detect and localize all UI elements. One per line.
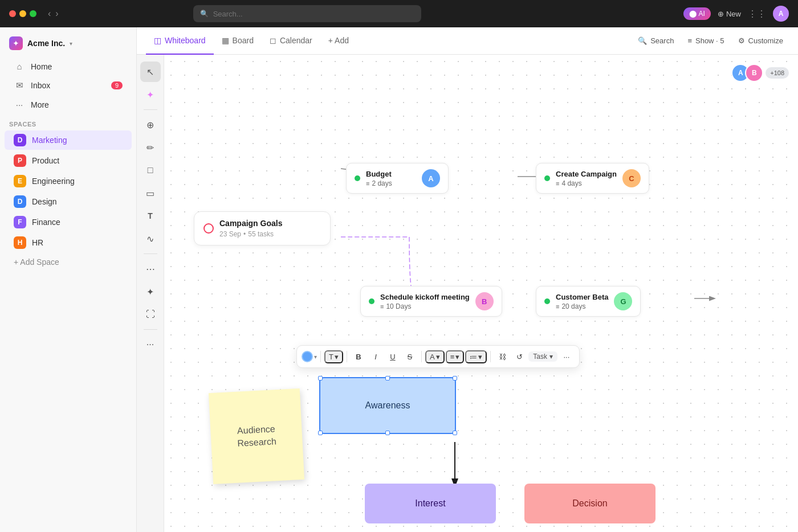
avatar-2: B <box>745 64 763 82</box>
add-space-label: + Add Space <box>14 257 59 267</box>
app-container: ✦ Acme Inc. ▾ ⌂ Home ✉ Inbox 9 ··· More … <box>0 27 798 532</box>
sticky-note-text: Audience Research <box>237 423 277 450</box>
decision-box[interactable]: Decision <box>524 484 656 523</box>
sidebar-item-hr[interactable]: H HR <box>5 233 132 252</box>
sidebar-item-product[interactable]: P Product <box>5 151 132 170</box>
spaces-label: Spaces <box>0 114 136 130</box>
create-campaign-days: ≡ 4 days <box>556 179 617 187</box>
back-button[interactable]: ‹ <box>48 9 51 19</box>
tab-calendar[interactable]: ◻ Calendar <box>262 27 320 55</box>
titlebar-search[interactable]: 🔍 <box>193 5 421 22</box>
sidebar-item-marketing[interactable]: D Marketing <box>5 130 132 150</box>
color-chevron[interactable]: ▾ <box>314 354 317 360</box>
add-space-button[interactable]: + Add Space <box>5 254 132 270</box>
more-tool[interactable]: ··· <box>140 334 161 355</box>
customize-button[interactable]: ⚙ Customize <box>732 33 789 48</box>
font-size-dropdown[interactable]: A ▾ <box>425 350 445 363</box>
list-dropdown[interactable]: ≔ ▾ <box>465 350 487 363</box>
image-tool[interactable]: ⛶ <box>140 304 161 325</box>
budget-status-dot <box>355 175 360 181</box>
avatar-cluster-inner: A B <box>731 64 763 82</box>
calendar-tab-label: Calendar <box>280 36 312 45</box>
more-format-button[interactable]: ··· <box>559 349 575 365</box>
create-campaign-card[interactable]: Create Campaign ≡ 4 days C <box>536 163 649 194</box>
awareness-box[interactable]: Awareness <box>319 377 456 434</box>
sidebar-header: ✦ Acme Inc. ▾ <box>0 32 136 57</box>
globe-tool[interactable]: ⊕ <box>140 114 161 135</box>
user-avatar[interactable]: A <box>773 6 789 22</box>
show-label: Show · 5 <box>695 36 724 45</box>
list-icon: ≔ <box>470 353 477 361</box>
whiteboard-canvas[interactable]: ↖ ✦ ⊕ ✏ □ ▭ T ∿ ⋯ ✦ ⛶ ··· <box>137 55 798 532</box>
tab-add[interactable]: + Add <box>320 27 357 55</box>
schedule-info: Schedule kickoff meeting ≡ 10 Days <box>380 293 470 310</box>
font-size-icon: A <box>430 353 435 361</box>
sticky-note[interactable]: Audience Research <box>209 388 304 484</box>
forward-button[interactable]: › <box>55 9 58 19</box>
italic-button[interactable]: I <box>368 349 384 365</box>
campaign-goals-card[interactable]: Campaign Goals 23 Sep • 55 tasks <box>194 211 331 245</box>
magic-tool[interactable]: ✦ <box>140 84 161 105</box>
search-icon: 🔍 <box>638 36 647 45</box>
text-style-dropdown[interactable]: T ▾ <box>324 350 343 363</box>
new-button[interactable]: ⊕ New <box>718 10 741 18</box>
maximize-dot[interactable] <box>30 10 36 17</box>
task-chevron: ▾ <box>549 353 553 361</box>
interest-label: Interest <box>415 498 445 509</box>
sparkle-tool[interactable]: ✦ <box>140 281 161 302</box>
budget-card[interactable]: Budget ≡ 2 days A <box>346 163 449 194</box>
strikethrough-button[interactable]: S <box>402 349 418 365</box>
note-tool[interactable]: ▭ <box>140 183 161 203</box>
color-picker[interactable] <box>302 351 313 362</box>
customer-beta-card[interactable]: Customer Beta ≡ 20 days G <box>536 286 641 317</box>
text-tool[interactable]: T <box>140 206 161 226</box>
align-chevron: ▾ <box>455 353 459 361</box>
fmt-sep-1 <box>320 351 321 362</box>
create-campaign-info: Create Campaign ≡ 4 days <box>556 170 617 187</box>
sidebar-item-finance[interactable]: F Finance <box>5 212 132 232</box>
search-input[interactable] <box>213 10 414 18</box>
finance-dot: F <box>14 216 26 228</box>
sidebar-item-home[interactable]: ⌂ Home <box>5 58 132 75</box>
handle-tc[interactable] <box>385 376 390 380</box>
search-button[interactable]: 🔍 Search <box>632 33 679 48</box>
refresh-button[interactable]: ↺ <box>511 349 527 365</box>
sidebar-item-design[interactable]: D Design <box>5 192 132 211</box>
sidebar-item-inbox[interactable]: ✉ Inbox 9 <box>5 76 132 95</box>
interest-box[interactable]: Interest <box>365 484 496 523</box>
ai-button[interactable]: ⬤ AI <box>683 7 711 20</box>
tab-board[interactable]: ▦ Board <box>214 27 262 55</box>
cursor-tool[interactable]: ↖ <box>140 62 161 82</box>
task-dropdown[interactable]: Task ▾ <box>528 351 557 362</box>
handle-bl[interactable] <box>318 431 323 435</box>
bold-button[interactable]: B <box>351 349 367 365</box>
close-dot[interactable] <box>9 10 16 17</box>
pen-tool[interactable]: ✏ <box>140 137 161 158</box>
underline-button[interactable]: U <box>385 349 401 365</box>
whiteboard-tab-label: Whiteboard <box>165 36 206 45</box>
rect-tool[interactable]: □ <box>140 160 161 181</box>
search-label: Search <box>650 36 674 45</box>
link-button[interactable]: ⛓ <box>494 349 510 365</box>
schedule-avatar: B <box>475 292 494 310</box>
handle-tl[interactable] <box>318 376 323 380</box>
align-dropdown[interactable]: ≡ ▾ <box>446 350 465 363</box>
schedule-kickoff-card[interactable]: Schedule kickoff meeting ≡ 10 Days B <box>360 286 502 317</box>
grid-icon[interactable]: ⋮⋮ <box>748 9 766 19</box>
window-controls <box>9 10 36 17</box>
handle-bc[interactable] <box>385 431 390 435</box>
campaign-goals-icon <box>203 223 214 234</box>
sidebar-item-engineering[interactable]: E Engineering <box>5 171 132 191</box>
tab-whiteboard[interactable]: ◫ Whiteboard <box>146 27 214 55</box>
draw-tool[interactable]: ∿ <box>140 228 161 249</box>
share-tool[interactable]: ⋯ <box>140 259 161 279</box>
handle-tr[interactable] <box>453 376 457 380</box>
handle-br[interactable] <box>453 431 457 435</box>
ai-icon: ⬤ <box>689 10 697 18</box>
customize-label: Customize <box>748 36 783 45</box>
inbox-icon: ✉ <box>14 80 25 91</box>
show-button[interactable]: ≡ Show · 5 <box>682 33 730 48</box>
minimize-dot[interactable] <box>19 10 26 17</box>
list-chevron: ▾ <box>478 353 482 361</box>
sidebar-item-more[interactable]: ··· More <box>5 96 132 113</box>
